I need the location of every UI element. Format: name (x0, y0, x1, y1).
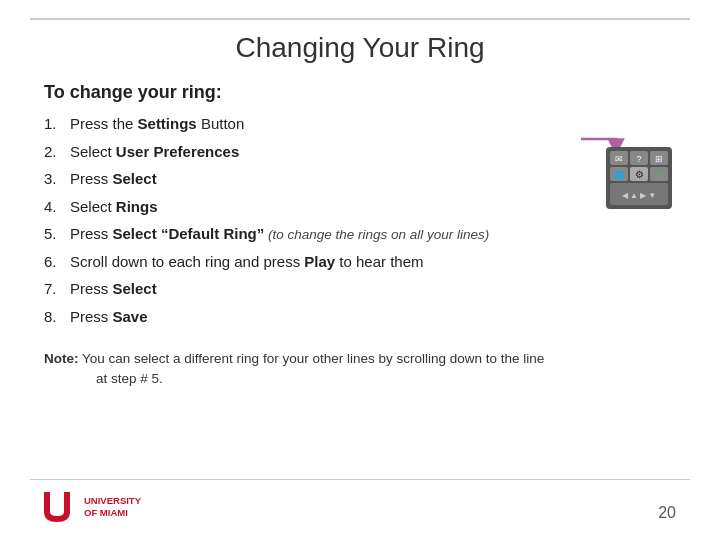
phone-image: ✉ ? ⊞ 🌐 ⚙ ✓ ◀ ▲ ▶ ▼ (526, 109, 676, 214)
step-text: Press Select “Default Ring” (to change t… (70, 223, 516, 246)
step-number: 7. (44, 278, 70, 301)
svg-text:◀ ▲ ▶ ▼: ◀ ▲ ▶ ▼ (622, 191, 657, 200)
svg-text:🌐: 🌐 (614, 169, 626, 181)
step-item: 8.Press Save (44, 306, 516, 329)
step-item: 1.Press the Settings Button (44, 113, 516, 136)
logo-text: UNIVERSITY OF MIAMI (84, 495, 141, 520)
subtitle: To change your ring: (44, 82, 676, 103)
page-title: Changing Your Ring (0, 32, 720, 64)
step-item: 4.Select Rings (44, 196, 516, 219)
svg-text:?: ? (636, 154, 641, 164)
step-text: Press Save (70, 306, 516, 329)
note-label: Note: (44, 351, 79, 366)
step-number: 8. (44, 306, 70, 329)
page-number: 20 (658, 504, 676, 522)
svg-text:✉: ✉ (615, 154, 623, 164)
step-item: 3.Press Select (44, 168, 516, 191)
step-text: Select Rings (70, 196, 516, 219)
svg-text:⚙: ⚙ (635, 169, 644, 180)
university-logo (36, 486, 78, 528)
step-item: 2.Select User Preferences (44, 141, 516, 164)
note-continuation: at step # 5. (44, 369, 676, 389)
step-number: 1. (44, 113, 70, 136)
step-number: 5. (44, 223, 70, 246)
step-number: 2. (44, 141, 70, 164)
logo-area: UNIVERSITY OF MIAMI (36, 486, 141, 528)
step-number: 6. (44, 251, 70, 274)
steps-wrapper: 1.Press the Settings Button2.Select User… (44, 113, 676, 333)
note-text: You can select a different ring for your… (79, 351, 545, 366)
step-text: Press Select (70, 168, 516, 191)
svg-text:✓: ✓ (655, 170, 663, 180)
step-item: 6.Scroll down to each ring and press Pla… (44, 251, 516, 274)
step-item: 5.Press Select “Default Ring” (to change… (44, 223, 516, 246)
step-text: Select User Preferences (70, 141, 516, 164)
step-text: Press the Settings Button (70, 113, 516, 136)
bottom-rule (30, 479, 690, 480)
step-text: Scroll down to each ring and press Play … (70, 251, 516, 274)
step-number: 4. (44, 196, 70, 219)
note: Note: You can select a different ring fo… (44, 349, 676, 390)
step-number: 3. (44, 168, 70, 191)
svg-text:⊞: ⊞ (655, 154, 663, 164)
top-rule (30, 18, 690, 20)
main-content: To change your ring: 1.Press the Setting… (0, 82, 720, 390)
step-item: 7.Press Select (44, 278, 516, 301)
steps-list: 1.Press the Settings Button2.Select User… (44, 113, 516, 333)
step-text: Press Select (70, 278, 516, 301)
